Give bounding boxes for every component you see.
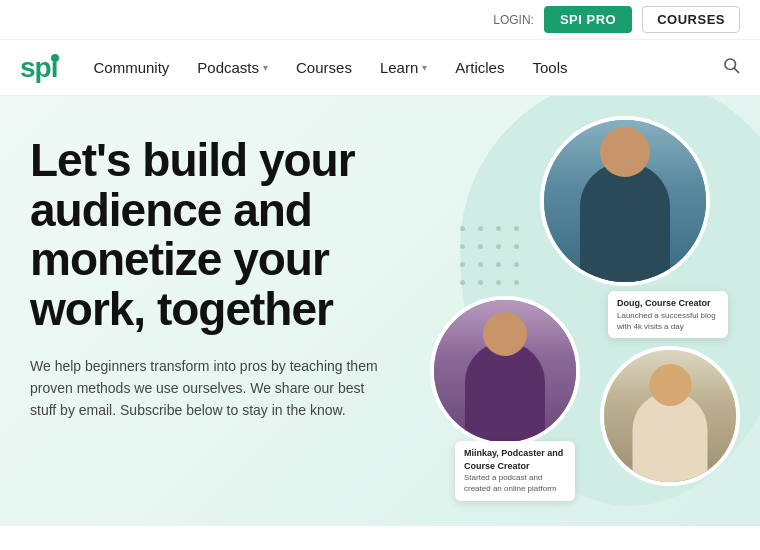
nav-items: Community Podcasts ▾ Courses Learn ▾ Art… xyxy=(93,59,722,76)
nav-item-community[interactable]: Community xyxy=(93,59,169,76)
svg-line-1 xyxy=(734,68,738,72)
nav-item-community-label: Community xyxy=(93,59,169,76)
person2-body xyxy=(465,342,545,442)
hero-images: Doug, Course Creator Launched a successf… xyxy=(420,96,760,526)
chevron-down-icon: ▾ xyxy=(422,62,427,73)
nav-item-courses-label: Courses xyxy=(296,59,352,76)
nav-item-courses[interactable]: Courses xyxy=(296,59,352,76)
hero-description: We help beginners transform into pros by… xyxy=(30,355,390,422)
hero-section: Let's build your audience and monetize y… xyxy=(0,96,760,526)
nav-item-articles[interactable]: Articles xyxy=(455,59,504,76)
person2-head xyxy=(483,312,527,356)
hero-content: Let's build your audience and monetize y… xyxy=(30,136,450,422)
nav-item-tools-label: Tools xyxy=(532,59,567,76)
person3-photo xyxy=(600,346,740,486)
top-bar: LOGIN: SPI PRO COURSES xyxy=(0,0,760,40)
person1-body xyxy=(580,162,670,282)
nav-item-learn[interactable]: Learn ▾ xyxy=(380,59,427,76)
person1-head xyxy=(600,127,650,177)
nav-item-articles-label: Articles xyxy=(455,59,504,76)
person1-bg xyxy=(544,120,706,282)
caption2-subtitle: Started a podcast and created an online … xyxy=(464,472,566,494)
person3-bg xyxy=(604,350,736,482)
search-icon[interactable] xyxy=(722,56,740,79)
person2-photo xyxy=(430,296,580,446)
person3-head xyxy=(649,364,691,406)
caption1-subtitle: Launched a successful blog with 4k visit… xyxy=(617,310,719,332)
courses-button[interactable]: COURSES xyxy=(642,6,740,33)
person2-bg xyxy=(434,300,576,442)
caption2-name: Miinkay, Podcaster and Course Creator xyxy=(464,447,566,472)
nav-item-podcasts-label: Podcasts xyxy=(197,59,259,76)
person1-photo xyxy=(540,116,710,286)
login-label: LOGIN: xyxy=(493,13,534,27)
logo[interactable]: spi xyxy=(20,52,57,84)
logo-dot-icon xyxy=(51,54,59,62)
spi-pro-button[interactable]: SPI PRO xyxy=(544,6,632,33)
dot-grid xyxy=(460,226,524,290)
chevron-down-icon: ▾ xyxy=(263,62,268,73)
navbar: spi Community Podcasts ▾ Courses Learn ▾… xyxy=(0,40,760,96)
nav-item-tools[interactable]: Tools xyxy=(532,59,567,76)
caption1-name: Doug, Course Creator xyxy=(617,297,719,310)
hero-title: Let's build your audience and monetize y… xyxy=(30,136,450,335)
person3-body xyxy=(633,392,708,482)
caption-card-2: Miinkay, Podcaster and Course Creator St… xyxy=(455,441,575,501)
nav-item-learn-label: Learn xyxy=(380,59,418,76)
nav-item-podcasts[interactable]: Podcasts ▾ xyxy=(197,59,268,76)
caption-card-1: Doug, Course Creator Launched a successf… xyxy=(608,291,728,338)
